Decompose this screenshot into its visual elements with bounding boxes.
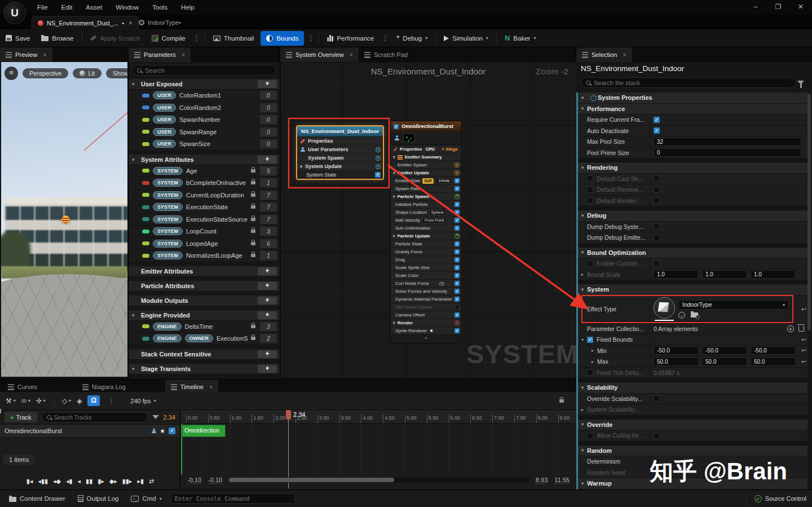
visibility-icon[interactable]: [439, 282, 444, 285]
add-parameter-button[interactable]: +: [258, 267, 277, 275]
scrollbar[interactable]: [807, 94, 811, 330]
show-button[interactable]: Show: [106, 68, 127, 78]
compile-button[interactable]: Compile: [146, 29, 191, 47]
parameter-row[interactable]: ENGINE DeltaTime 3: [129, 321, 280, 333]
content-drawer-button[interactable]: Content Drawer: [6, 495, 69, 502]
working-range-end[interactable]: 8.93: [536, 477, 548, 484]
parameter-row[interactable]: SYSTEM NormalizedLoopAge 1: [129, 250, 280, 262]
row-override-scalability[interactable]: Override Scalability...: [578, 394, 807, 405]
stage-port-icon[interactable]: [454, 320, 460, 325]
reset-to-default-icon[interactable]: ↩: [801, 358, 806, 365]
cmd-selector[interactable]: >_Cmd▾: [127, 495, 165, 502]
system-node-properties[interactable]: Properties: [297, 136, 383, 145]
console-input[interactable]: [175, 495, 288, 502]
section-user-exposed[interactable]: ▾User Exposed+: [129, 79, 280, 90]
module-enabled-checkbox[interactable]: ✓: [454, 241, 460, 246]
system-node-system-state[interactable]: System State✓: [297, 170, 383, 179]
maximize-button[interactable]: ❐: [767, 0, 789, 15]
row-max-pool-size[interactable]: Max Pool Size32: [578, 136, 807, 148]
emitter-stack-row[interactable]: ▾ Curl Noise Force ★ ✓: [391, 279, 461, 287]
section-particle-attributes[interactable]: Particle Attributes+: [129, 281, 280, 292]
close-button[interactable]: ✕: [789, 0, 812, 15]
parameter-row[interactable]: SYSTEM Age 5: [129, 165, 280, 178]
add-parameter-button[interactable]: +: [258, 350, 277, 358]
tab-selection[interactable]: Selection×: [576, 47, 632, 62]
add-track-button[interactable]: +Track: [5, 412, 37, 422]
section-stack-context[interactable]: Stack Context Sensitive+: [129, 349, 280, 360]
max-z-input[interactable]: 50.0: [751, 358, 796, 366]
group-port-icon[interactable]: [376, 147, 381, 152]
effect-type-dropdown[interactable]: IndoorType▾: [678, 300, 789, 310]
section-system-attributes[interactable]: ▾System Attributes+: [129, 155, 280, 165]
row-fixed-tick-delta[interactable]: Fixed Tick Delta...0.01667 s: [578, 368, 807, 379]
parameter-row[interactable]: SYSTEM bCompleteOnInactive 1: [129, 177, 280, 189]
reset-to-default-icon[interactable]: ↩: [801, 306, 806, 313]
track-enabled-checkbox[interactable]: ✓: [169, 427, 175, 434]
row-dump-debug-emitter[interactable]: Dump Debug Emitte...: [578, 232, 807, 244]
add-parameter-button[interactable]: +: [258, 311, 277, 319]
snap-magnet-button[interactable]: Ω: [87, 395, 100, 406]
viewport-menu-icon[interactable]: ≡: [5, 67, 18, 80]
transport-button[interactable]: ▸▮: [137, 478, 144, 485]
category-debug[interactable]: ▾Debug: [578, 210, 807, 222]
output-log-button[interactable]: Output Log: [74, 495, 122, 502]
track-search-input[interactable]: [54, 414, 122, 421]
add-parameter-button[interactable]: +: [258, 156, 277, 164]
menu-item[interactable]: Tools: [145, 0, 174, 15]
transport-button[interactable]: ◂▮▮: [38, 478, 48, 485]
row-determinism[interactable]: Determinism: [578, 456, 807, 468]
tab-parameters[interactable]: Parameters×: [129, 47, 191, 62]
enabled-checkbox[interactable]: ✓: [375, 172, 381, 178]
transport-button[interactable]: ⇄: [149, 478, 154, 485]
unreal-logo-icon[interactable]: U: [3, 2, 26, 24]
tab-close-icon[interactable]: ×: [129, 19, 133, 27]
node-graph-canvas[interactable]: NS_Environment_Dust_Indoor Zoom -2 SYSTE…: [280, 62, 576, 379]
emitter-node[interactable]: ✓ OmnidirectionalBurst Properties CPU + …: [390, 121, 462, 344]
view-range-end[interactable]: 11.55: [554, 477, 570, 484]
key-diamond-filled-icon[interactable]: ◈: [77, 397, 82, 405]
menu-item[interactable]: Help: [174, 0, 201, 15]
emitter-stack-row[interactable]: ▾ Particle State ★ ✓: [391, 240, 461, 248]
transport-button[interactable]: ◆▸: [109, 478, 117, 485]
bound-scale-x[interactable]: 1.0: [654, 270, 699, 279]
emitter-stack-row[interactable]: ▾ Emitter State Self Infinite ★ ✓: [391, 177, 461, 184]
particle-sprite-gizmo[interactable]: [61, 215, 70, 224]
delete-elements-icon[interactable]: [798, 326, 804, 332]
snap-options-icon[interactable]: ⋮: [105, 397, 117, 405]
checkbox-off[interactable]: [654, 458, 660, 465]
row-fixed-bounds[interactable]: ▾✓Fixed Bounds↩: [578, 334, 807, 346]
row-random-seed[interactable]: Random Seed: [578, 468, 807, 479]
min-x-input[interactable]: -50.0: [654, 346, 699, 355]
tab-indoortype[interactable]: IndoorType•: [133, 16, 187, 29]
source-control-button[interactable]: ✓Source Control: [746, 490, 806, 507]
transport-button[interactable]: ▮◂: [27, 478, 33, 485]
category-system-properties[interactable]: ▾System Properties: [578, 92, 807, 104]
module-enabled-checkbox[interactable]: ✓: [454, 202, 460, 207]
console-command[interactable]: [171, 493, 295, 504]
add-parameter-button[interactable]: +: [258, 365, 277, 373]
bounds-button[interactable]: Bounds: [261, 31, 304, 46]
timeline-ruler[interactable]: 0.000.501.001.502.002.503.003.504.004.50…: [180, 410, 576, 424]
debug-button[interactable]: *Debug▾: [391, 29, 433, 47]
track-row-omnidirectionalburst[interactable]: OmnidirectionalBurst ★ ✓: [0, 424, 180, 438]
override-checkbox[interactable]: [587, 197, 593, 204]
parameter-row[interactable]: SYSTEM ExecutionState 7: [129, 201, 280, 214]
category-random[interactable]: ▾Random: [578, 446, 807, 457]
emitter-node-header[interactable]: ✓ OmnidirectionalBurst: [391, 121, 461, 131]
track-burst-icon[interactable]: ★: [160, 427, 165, 435]
module-enabled-checkbox[interactable]: ✓: [454, 281, 460, 286]
emitter-stack-row[interactable]: ▾ Shape Location Sphere ★ ✓: [391, 208, 461, 216]
checkbox-off[interactable]: [654, 433, 660, 439]
baker-button[interactable]: NBaker▾: [499, 29, 541, 47]
emitter-stack-row[interactable]: ▾ Emitter Spawn ★ ✓: [391, 161, 461, 169]
wrench-options-icon[interactable]: ⚒▾: [6, 397, 16, 405]
row-default-receive[interactable]: Default Receive...: [578, 184, 807, 196]
system-node-user-parameters[interactable]: User Parameters: [297, 145, 383, 153]
view-options-icon[interactable]: ▾: [21, 398, 30, 403]
row-effect-type[interactable]: Effect Type IndoorType▾ ← ↩: [578, 296, 807, 324]
parameter-row[interactable]: ENGINE OWNER ExecutionStat 2: [129, 333, 280, 345]
emitter-stack-row[interactable]: ▾ Particle Spawn ★ ✓: [391, 192, 461, 200]
collapse-node-button[interactable]: ^: [391, 334, 461, 343]
parameters-search[interactable]: [132, 65, 276, 76]
reset-to-default-icon[interactable]: ↩: [801, 347, 806, 354]
